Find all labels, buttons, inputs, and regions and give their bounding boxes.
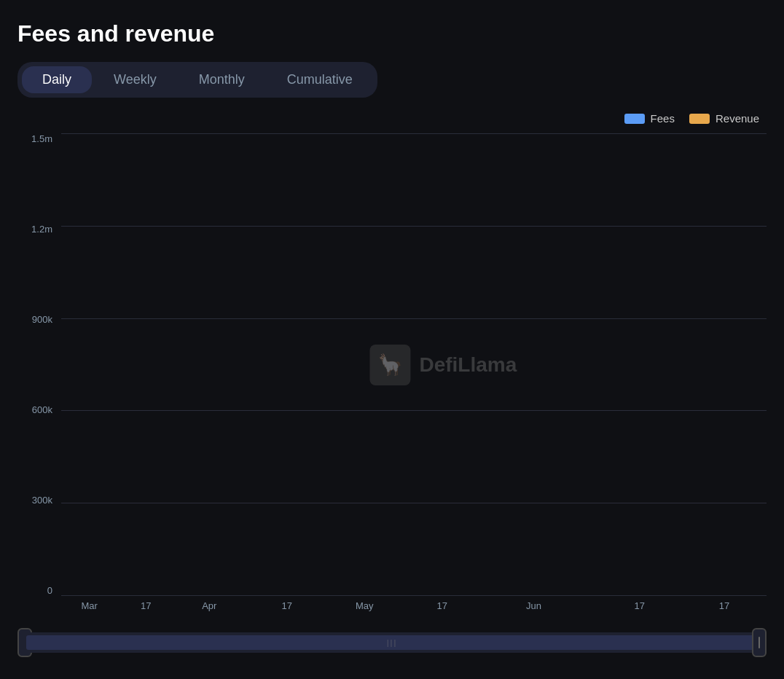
page-title: Fees and revenue (17, 20, 767, 47)
y-label-1.2m: 1.2m (31, 224, 52, 235)
chart-wrapper: 1.5m 1.2m 900k 600k 300k 0 (17, 133, 767, 618)
fees-label: Fees (651, 112, 675, 125)
x-label-17d: 17 (635, 600, 645, 611)
handle-inner-right (758, 637, 760, 648)
fees-color-swatch (624, 114, 645, 124)
grid-and-bars: 🦙 DefiLlama (61, 133, 767, 596)
tab-weekly[interactable]: Weekly (93, 66, 177, 93)
x-axis: Mar 17 Apr 17 May 17 Jun 17 17 (61, 596, 767, 618)
y-label-900k: 900k (32, 314, 52, 325)
scrollbar-grip: ||| (387, 638, 398, 647)
tab-daily[interactable]: Daily (22, 66, 92, 93)
legend-fees: Fees (624, 112, 675, 125)
y-label-300k: 300k (32, 495, 52, 506)
main-container: Fees and revenue Daily Weekly Monthly Cu… (0, 0, 784, 679)
scrollbar-thumb[interactable]: ||| (26, 635, 758, 650)
y-label-1.5m: 1.5m (31, 133, 52, 144)
tab-monthly[interactable]: Monthly (179, 66, 265, 93)
x-label-17e: 17 (719, 600, 729, 611)
x-label-17b: 17 (282, 600, 292, 611)
x-label-jun: Jun (526, 600, 541, 611)
bars-container (61, 133, 767, 596)
y-label-600k: 600k (32, 404, 52, 415)
y-label-0: 0 (47, 585, 52, 596)
scrollbar-area[interactable]: ||| (17, 621, 767, 664)
scrollbar-right-handle[interactable] (752, 628, 767, 657)
revenue-color-swatch (689, 114, 710, 124)
scrollbar-track[interactable]: ||| (20, 632, 764, 653)
chart-plot: 🦙 DefiLlama Mar 17 Apr 17 May 17 Jun (61, 133, 767, 618)
x-label-17a: 17 (141, 600, 151, 611)
chart-legend: Fees Revenue (17, 112, 767, 125)
legend-revenue: Revenue (689, 112, 759, 125)
x-label-apr: Apr (202, 600, 216, 611)
revenue-label: Revenue (716, 112, 759, 125)
tab-cumulative[interactable]: Cumulative (267, 66, 373, 93)
tabs-bar: Daily Weekly Monthly Cumulative (17, 62, 377, 98)
x-label-17c: 17 (436, 600, 447, 611)
chart-area: Fees Revenue 1.5m 1.2m 900k 600k 300k 0 (17, 112, 767, 664)
y-axis: 1.5m 1.2m 900k 600k 300k 0 (17, 133, 61, 618)
x-label-may: May (356, 600, 374, 611)
x-label-mar: Mar (82, 600, 98, 611)
